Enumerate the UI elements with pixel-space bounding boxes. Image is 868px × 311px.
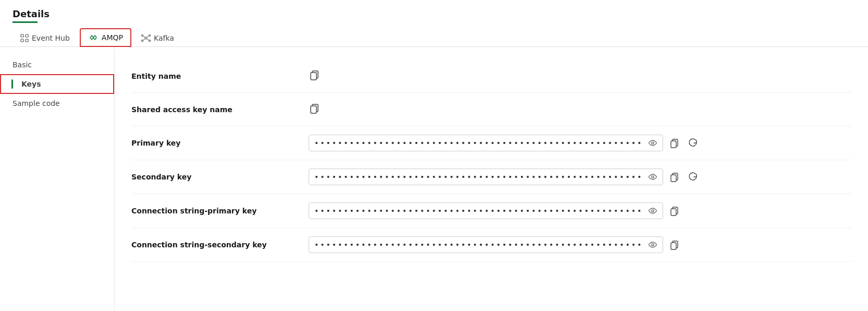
svg-line-12 [146,39,149,40]
field-shared-access-key-name: Shared access key name [131,93,851,126]
tab-amqp[interactable]: AMQP [80,28,131,47]
sidebar-item-basic-label: Basic [13,61,32,69]
connection-string-primary-value: ••••••••••••••••••••••••••••••••••••••••… [309,202,851,219]
svg-line-10 [146,36,149,38]
sidebar: Basic Keys Sample code [0,47,115,311]
tab-kafka[interactable]: Kafka [133,29,182,46]
page-container: Details Event Hub [0,0,868,311]
field-secondary-key: Secondary key ••••••••••••••••••••••••••… [131,160,851,194]
secondary-key-refresh-icon[interactable] [686,170,700,184]
tab-event-hub-label: Event Hub [32,34,70,42]
entity-name-label: Entity name [131,72,309,80]
sidebar-item-keys[interactable]: Keys [0,74,114,94]
secondary-key-input: ••••••••••••••••••••••••••••••••••••••••… [309,169,663,185]
svg-point-23 [652,210,654,212]
svg-rect-25 [671,209,676,216]
tab-kafka-label: Kafka [154,34,174,42]
primary-key-label: Primary key [131,139,309,147]
svg-rect-14 [311,73,316,80]
svg-rect-0 [21,34,23,37]
tab-event-hub[interactable]: Event Hub [13,29,78,46]
kafka-icon [141,34,151,42]
connection-string-secondary-dots: ••••••••••••••••••••••••••••••••••••••••… [314,241,644,249]
secondary-key-label: Secondary key [131,173,309,181]
svg-point-26 [652,244,654,246]
svg-point-7 [141,40,143,41]
secondary-key-value: ••••••••••••••••••••••••••••••••••••••••… [309,169,851,185]
keys-active-bar [11,79,13,89]
primary-key-eye-icon[interactable] [648,140,657,146]
svg-rect-16 [311,106,316,113]
secondary-key-eye-icon[interactable] [648,174,657,180]
shared-access-key-name-label: Shared access key name [131,105,309,114]
amqp-icon [88,33,99,42]
shared-access-key-copy-icon[interactable] [309,102,320,116]
svg-rect-2 [21,39,23,42]
page-title: Details [13,8,855,19]
sidebar-item-sample-code[interactable]: Sample code [0,94,114,113]
content-area: Entity name Shared access key name [115,47,868,311]
connection-string-primary-copy-icon[interactable] [667,204,682,218]
connection-string-secondary-copy-icon[interactable] [667,237,682,252]
sidebar-item-sample-code-label: Sample code [13,99,60,107]
connection-string-secondary-label: Connection string-secondary key [131,241,309,249]
shared-access-key-copy-area [309,102,320,116]
connection-string-secondary-eye-icon[interactable] [648,242,657,248]
event-hub-icon [20,34,29,42]
svg-rect-28 [671,243,676,249]
entity-name-copy-icon[interactable] [309,69,320,83]
svg-rect-22 [671,175,676,182]
connection-string-primary-eye-icon[interactable] [648,208,657,214]
field-connection-string-secondary: Connection string-secondary key ••••••••… [131,228,851,262]
tabs-row: Event Hub AMQP [0,23,868,47]
secondary-key-copy-icon[interactable] [667,170,682,184]
entity-name-value [309,69,851,83]
primary-key-value: ••••••••••••••••••••••••••••••••••••••••… [309,135,851,151]
shared-access-key-name-value [309,102,851,116]
primary-key-refresh-icon[interactable] [686,136,700,150]
svg-line-9 [143,36,145,38]
svg-rect-1 [26,34,28,37]
connection-string-primary-dots: ••••••••••••••••••••••••••••••••••••••••… [314,207,644,215]
main-content: Basic Keys Sample code Entity name [0,47,868,311]
header: Details [0,0,868,23]
field-entity-name: Entity name [131,59,851,93]
primary-key-input: ••••••••••••••••••••••••••••••••••••••••… [309,135,663,151]
svg-point-6 [149,34,150,36]
svg-point-17 [652,142,654,144]
svg-point-4 [145,37,147,39]
sidebar-item-keys-label: Keys [21,80,41,88]
svg-point-20 [652,176,654,178]
secondary-key-dots: ••••••••••••••••••••••••••••••••••••••••… [314,173,644,181]
field-primary-key: Primary key ••••••••••••••••••••••••••••… [131,126,851,160]
tab-amqp-label: AMQP [102,33,123,42]
primary-key-copy-icon[interactable] [667,136,682,150]
connection-string-secondary-value: ••••••••••••••••••••••••••••••••••••••••… [309,236,851,253]
svg-rect-3 [26,39,28,42]
connection-string-primary-label: Connection string-primary key [131,207,309,215]
primary-key-dots: ••••••••••••••••••••••••••••••••••••••••… [314,139,644,147]
sidebar-item-basic[interactable]: Basic [0,55,114,74]
svg-point-5 [141,34,143,36]
connection-string-primary-input: ••••••••••••••••••••••••••••••••••••••••… [309,202,663,219]
connection-string-secondary-input: ••••••••••••••••••••••••••••••••••••••••… [309,236,663,253]
svg-point-8 [149,40,150,41]
svg-rect-19 [671,141,676,148]
field-connection-string-primary: Connection string-primary key ••••••••••… [131,194,851,228]
svg-line-11 [143,39,145,40]
entity-name-copy-area [309,69,320,83]
